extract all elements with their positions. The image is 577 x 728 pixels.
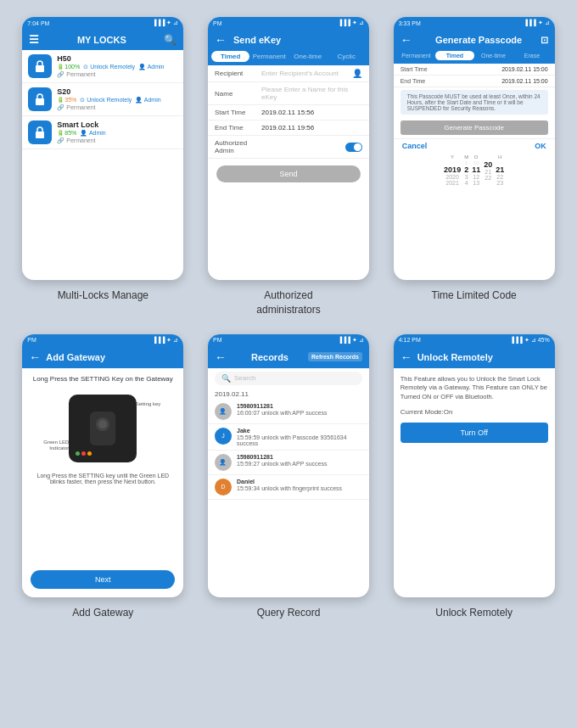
- status-icons-2: ▐▐▐ ✦ ⊿: [338, 20, 364, 26]
- hour-next2: 22: [485, 175, 491, 181]
- hour-selected: 20: [484, 160, 492, 169]
- rec-name-2: 15980911281: [237, 454, 328, 460]
- phone-my-locks: 7:04 PM ▐▐▐ ✦ ⊿ ☰ MY LOCKS 🔍 H50 🔋100% ⊙…: [22, 17, 183, 280]
- rec-name-3: Daniel: [237, 479, 342, 484]
- rec-action-2: 15:59:27 unlock with APP success: [237, 461, 328, 467]
- current-mode: Current Mode:On: [401, 408, 548, 416]
- remote-s20: ⊙ Unlock Remotely: [80, 97, 132, 104]
- caption-add-gateway: Add Gateway: [72, 606, 133, 620]
- end-value[interactable]: 2019.02.11 19:56: [261, 124, 362, 132]
- lock-meta-smart: 🔋85% 👤 Admin: [57, 130, 105, 137]
- battery-smart: 🔋85%: [57, 130, 76, 137]
- lock-item-s20[interactable]: S20 🔋35% ⊙ Unlock Remotely 👤 Admin 🔗 Per…: [22, 83, 183, 116]
- back-arrow-3[interactable]: ←: [401, 33, 412, 47]
- search-bar[interactable]: 🔍 Search: [215, 372, 362, 385]
- back-arrow-4[interactable]: ←: [29, 350, 41, 364]
- rec-info-1: Jake 15:59:59 unlock with Passcode 93561…: [237, 428, 362, 446]
- row-end-time: End Time 2019.02.11 15:00: [394, 76, 555, 87]
- rec-name-0: 15980911281: [237, 403, 328, 409]
- gateway-instruction2: Long Press the SETTING key until the Gre…: [29, 473, 176, 484]
- name-input[interactable]: Please Enter a Name for this eKey: [261, 86, 362, 101]
- start-time-label: Start Time: [401, 66, 428, 72]
- ekey-tab-bar: Timed Permanent One-time Cyclic: [208, 51, 369, 65]
- next-button[interactable]: Next: [31, 570, 175, 589]
- current-mode-label: Current Mode:: [401, 408, 444, 416]
- cancel-button[interactable]: Cancel: [402, 142, 428, 150]
- picker-day[interactable]: D 10 11 12 13: [472, 154, 480, 186]
- recipient-input[interactable]: Enter Recipient's Account: [261, 70, 352, 77]
- send-button[interactable]: Send: [216, 165, 361, 182]
- send-ekey-title: Send eKey: [233, 35, 281, 45]
- hour-next1: 21: [485, 169, 491, 175]
- tab-timed[interactable]: Timed: [211, 51, 250, 62]
- menu-icon[interactable]: ☰: [29, 33, 39, 46]
- lock-name-smart: Smart Lock: [57, 120, 105, 129]
- ok-button[interactable]: OK: [535, 142, 546, 150]
- unlock-remotely-header: ← Unlock Remotely: [394, 346, 555, 368]
- my-locks-header: ☰ MY LOCKS 🔍: [22, 29, 183, 50]
- picker-month[interactable]: M 1 2 3 4: [464, 154, 468, 186]
- back-arrow-6[interactable]: ←: [401, 350, 412, 364]
- tab-erase-pc[interactable]: Erase: [513, 51, 552, 60]
- field-end: End Time 2019.02.11 19:56: [208, 120, 369, 136]
- lock-info-smart: Smart Lock 🔋85% 👤 Admin 🔗 Permanent: [57, 120, 105, 144]
- recipient-label: Recipient: [215, 70, 261, 77]
- lock-item-smart[interactable]: Smart Lock 🔋85% 👤 Admin 🔗 Permanent: [22, 116, 183, 149]
- lock-info-s20: S20 🔋35% ⊙ Unlock Remotely 👤 Admin 🔗 Per…: [57, 87, 160, 111]
- remote-h50: ⊙ Unlock Remotely: [83, 64, 135, 70]
- person-icon: 👤: [352, 69, 362, 78]
- end-label: End Time: [215, 124, 261, 132]
- picker-hour[interactable]: · 20 21 22: [484, 154, 492, 186]
- caption-send-ekey: Authorized administrators: [256, 288, 320, 317]
- unlock-remotely-title: Unlock Remotely: [417, 352, 493, 362]
- lock-icon-h50: [28, 54, 52, 78]
- tab-onetime-pc[interactable]: One-time: [474, 51, 513, 60]
- start-value[interactable]: 2019.02.11 15:56: [261, 109, 362, 116]
- send-ekey-header: ← Send eKey: [208, 29, 369, 51]
- generate-button[interactable]: Generate Passcode: [401, 120, 548, 135]
- search-icon[interactable]: 🔍: [164, 34, 176, 46]
- back-arrow-5[interactable]: ←: [215, 350, 227, 364]
- turn-off-button[interactable]: Turn Off: [401, 423, 548, 443]
- role-smart: 👤 Admin: [80, 130, 105, 137]
- records-header: ← Records Refresh Records: [208, 346, 369, 368]
- cell-add-gateway: PM ▐▐▐ ✦ ⊿ ← Add Gateway Long Press the …: [17, 334, 189, 620]
- status-time-2: PM: [213, 20, 222, 26]
- hflag-header: H: [498, 154, 501, 160]
- row-start-time: Start Time 2019.02.11 15:00: [394, 64, 555, 76]
- field-start: Start Time 2019.02.11 15:56: [208, 105, 369, 120]
- lock-icon-smart: [28, 120, 52, 144]
- tab-timed-pc[interactable]: Timed: [435, 51, 474, 60]
- role-s20: 👤 Admin: [135, 97, 160, 104]
- tab-permanent[interactable]: Permanent: [249, 51, 288, 62]
- hflag-next2: 23: [496, 180, 503, 186]
- record-item-1: J Jake 15:59:59 unlock with Passcode 935…: [208, 424, 369, 451]
- tab-cyclic[interactable]: Cyclic: [327, 51, 366, 62]
- refresh-button[interactable]: Refresh Records: [308, 352, 362, 361]
- year-selected: 2019: [444, 165, 461, 174]
- rec-info-3: Daniel 15:59:34 unlock with fingerprint …: [237, 479, 342, 491]
- role-h50: 👤 Admin: [138, 64, 164, 70]
- lock-meta-h50: 🔋100% ⊙ Unlock Remotely 👤 Admin: [57, 64, 164, 70]
- share-icon[interactable]: ⊡: [541, 35, 548, 46]
- svg-rect-2: [36, 132, 44, 138]
- add-gateway-body: Long Press the SETTING Key on the Gatewa…: [22, 368, 183, 570]
- caption-gen-passcode: Time Limited Code: [432, 288, 517, 303]
- current-mode-value: On: [444, 408, 453, 416]
- add-gateway-title: Add Gateway: [46, 352, 105, 362]
- tab-permanent-pc[interactable]: Permanent: [397, 51, 436, 60]
- picker-year[interactable]: Y · 2019 2020 2021: [444, 154, 461, 186]
- picker-area: Y · 2019 2020 2021 M 1 2 3 4 D 10 11: [394, 153, 555, 188]
- admin-toggle[interactable]: [345, 143, 362, 152]
- status-icons-5: ▐▐▐ ✦ ⊿: [338, 337, 364, 344]
- lock-meta2-s20: 🔗 Permanent: [57, 104, 160, 111]
- back-arrow-2[interactable]: ←: [215, 33, 227, 47]
- lock-item-h50[interactable]: H50 🔋100% ⊙ Unlock Remotely 👤 Admin 🔗 Pe…: [22, 50, 183, 83]
- name-label: Name: [215, 90, 261, 98]
- lock-meta-s20: 🔋35% ⊙ Unlock Remotely 👤 Admin: [57, 97, 160, 104]
- rec-info-2: 15980911281 15:59:27 unlock with APP suc…: [237, 454, 328, 467]
- tab-onetime[interactable]: One-time: [288, 51, 328, 62]
- unlock-description: This Feature allows you to Unlock the Sm…: [401, 375, 548, 402]
- cell-unlock-remotely: 4:12 PM ▐▐▐ ✦ ⊿ 45% ← Unlock Remotely Th…: [388, 334, 560, 620]
- battery-h50: 🔋100%: [57, 64, 80, 70]
